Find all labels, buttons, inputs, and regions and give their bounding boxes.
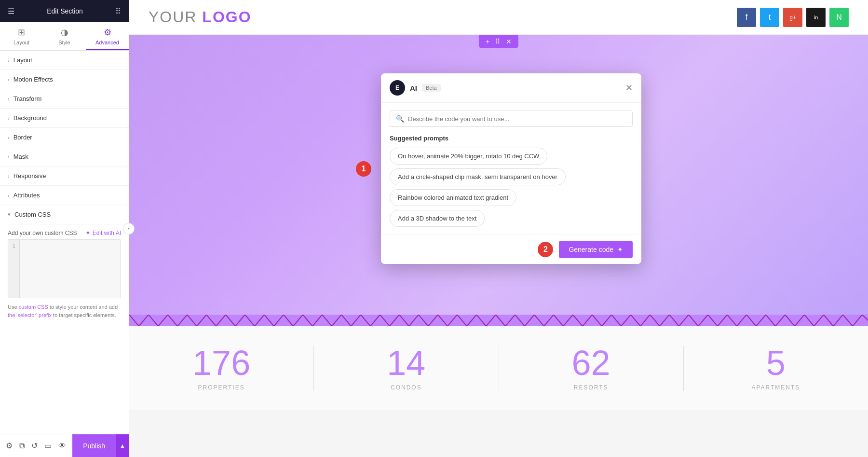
stat-resorts-number: 62 xyxy=(509,346,674,380)
selector-prefix-link[interactable]: the 'selector' prefix xyxy=(8,312,52,318)
stat-condos-number: 14 xyxy=(324,346,488,380)
sidebar-item-motion-effects[interactable]: › Motion Effects xyxy=(0,70,129,89)
ai-search-wrap: 🔍 xyxy=(390,111,633,127)
logo: YOUR LOGO xyxy=(149,8,252,26)
stat-properties: 176 PROPERTIES xyxy=(129,346,314,391)
sidebar-item-layout[interactable]: › Layout xyxy=(0,51,129,70)
ai-logo: E xyxy=(390,80,405,96)
history-icon[interactable]: ↺ xyxy=(31,441,38,450)
publish-button[interactable]: Publish xyxy=(72,434,116,457)
stat-condos: 14 CONDOS xyxy=(314,346,499,391)
css-hint: Use custom CSS to style your content and… xyxy=(8,303,121,319)
sidebar-item-label: Transform xyxy=(14,95,42,102)
ai-modal-overlay: 1 E AI Beta ✕ 🔍 xyxy=(129,35,868,315)
chevron-icon: › xyxy=(8,57,10,63)
advanced-tab-icon: ⚙ xyxy=(104,27,111,38)
step-2-badge: 2 xyxy=(538,242,553,257)
sidebar-item-label: Responsive xyxy=(14,172,46,180)
custom-css-title: Custom CSS xyxy=(14,211,51,218)
suggested-label: Suggested prompts xyxy=(390,135,633,142)
generate-code-icon: ✦ xyxy=(617,246,623,253)
panel-section-list: › Layout › Motion Effects › Transform › … xyxy=(0,51,129,457)
prompt-chip-1[interactable]: On hover, animate 20% bigger, rotato 10 … xyxy=(390,148,547,165)
ai-close-button[interactable]: ✕ xyxy=(625,83,633,93)
layers-icon[interactable]: ⧉ xyxy=(19,442,25,450)
sidebar-item-label: Attributes xyxy=(14,192,40,199)
grid-icon[interactable]: ⠿ xyxy=(115,7,121,16)
custom-css-section: ▾ Custom CSS Add your own custom CSS ✦ E… xyxy=(0,205,129,319)
bottom-bar: ⚙ ⧉ ↺ ▭ 👁 Publish ▲ xyxy=(0,434,129,457)
hamburger-icon[interactable]: ☰ xyxy=(8,7,14,16)
css-input[interactable] xyxy=(20,240,121,298)
ai-title: AI xyxy=(410,84,417,92)
custom-css-add-label: Add your own custom CSS xyxy=(8,230,77,236)
ai-modal-header: E AI Beta ✕ xyxy=(381,73,641,103)
collapse-panel-button[interactable]: ‹ xyxy=(123,223,135,235)
sidebar-item-responsive[interactable]: › Responsive xyxy=(0,166,129,186)
instagram-icon[interactable]: in xyxy=(806,8,826,27)
sidebar-item-border[interactable]: › Border xyxy=(0,128,129,147)
prompt-list: On hover, animate 20% bigger, rotato 10 … xyxy=(390,148,633,227)
advanced-tab-label: Advanced xyxy=(95,40,119,45)
step-1-badge: 1 xyxy=(356,161,371,177)
facebook-icon[interactable]: f xyxy=(737,8,756,27)
chevron-icon: › xyxy=(8,154,10,160)
stat-condos-label: CONDOS xyxy=(324,384,488,391)
sidebar-item-mask[interactable]: › Mask xyxy=(0,147,129,166)
main-content: YOUR LOGO f t g+ in N + ⠿ ✕ 1 xyxy=(129,0,868,457)
tab-style[interactable]: ◑ Style xyxy=(43,22,86,50)
line-number: 1 xyxy=(12,243,15,249)
sidebar-item-background[interactable]: › Background xyxy=(0,109,129,128)
ai-modal-body: 🔍 Suggested prompts On hover, animate 20… xyxy=(381,103,641,235)
chevron-icon: › xyxy=(8,135,10,140)
twitter-icon[interactable]: t xyxy=(760,8,779,27)
left-panel: ☰ Edit Section ⠿ ⊞ Layout ◑ Style ⚙ Adva… xyxy=(0,0,129,457)
custom-css-header[interactable]: ▾ Custom CSS xyxy=(8,205,121,224)
ai-modal-footer: 2 Generate code ✦ xyxy=(381,235,641,264)
stat-properties-label: PROPERTIES xyxy=(139,384,304,391)
publish-expand-button[interactable]: ▲ xyxy=(116,434,129,457)
custom-css-link[interactable]: custom CSS xyxy=(19,304,48,310)
style-tab-label: Style xyxy=(58,40,70,45)
stat-apartments-label: APARTMENTS xyxy=(693,384,858,391)
logo-your-text: YOUR xyxy=(149,8,202,26)
sidebar-item-attributes[interactable]: › Attributes xyxy=(0,186,129,205)
line-numbers: 1 xyxy=(8,240,20,298)
google-plus-icon[interactable]: g+ xyxy=(783,8,802,27)
ai-star-icon: ✦ xyxy=(85,229,91,236)
preview-icon[interactable]: 👁 xyxy=(58,442,66,450)
generate-code-button[interactable]: Generate code ✦ xyxy=(559,241,633,258)
ai-header-left: E AI Beta xyxy=(390,80,441,96)
custom-css-label-row: Add your own custom CSS ✦ Edit with AI xyxy=(8,229,121,236)
layout-tab-label: Layout xyxy=(14,40,29,45)
layout-tab-icon: ⊞ xyxy=(18,27,25,38)
stats-section: 176 PROPERTIES 14 CONDOS 62 RESORTS 5 AP… xyxy=(129,326,868,410)
logo-logo-text: LOGO xyxy=(202,8,251,26)
sidebar-item-transform[interactable]: › Transform xyxy=(0,89,129,109)
chevron-icon: › xyxy=(8,193,10,198)
tab-layout[interactable]: ⊞ Layout xyxy=(0,22,43,50)
chevron-icon: › xyxy=(8,96,10,102)
stat-apartments: 5 APARTMENTS xyxy=(684,346,868,391)
settings-icon[interactable]: ⚙ xyxy=(6,441,13,450)
network-icon[interactable]: N xyxy=(829,8,849,27)
panel-title: Edit Section xyxy=(47,7,83,15)
code-editor: 1 xyxy=(8,239,121,298)
prompt-chip-4[interactable]: Add a 3D shadow to the text xyxy=(390,210,485,227)
prompt-chip-2[interactable]: Add a circle-shaped clip mask, semi tran… xyxy=(390,168,566,185)
stat-apartments-number: 5 xyxy=(693,346,858,380)
ai-search-input[interactable] xyxy=(408,115,626,123)
edit-with-ai-label: Edit with AI xyxy=(93,230,121,236)
site-header: YOUR LOGO f t g+ in N xyxy=(129,0,868,35)
sidebar-item-label: Layout xyxy=(14,56,32,64)
zigzag-divider xyxy=(129,315,868,326)
edit-with-ai-button[interactable]: ✦ Edit with AI xyxy=(85,229,121,236)
prompt-chip-3[interactable]: Rainbow colored animated text gradient xyxy=(390,189,516,206)
sidebar-item-label: Mask xyxy=(14,153,28,160)
hero-section: + ⠿ ✕ 1 E AI Beta ✕ xyxy=(129,35,868,315)
responsive-icon[interactable]: ▭ xyxy=(44,441,52,450)
stat-resorts-label: RESORTS xyxy=(509,384,674,391)
tab-advanced[interactable]: ⚙ Advanced xyxy=(86,22,129,50)
search-icon: 🔍 xyxy=(396,115,404,123)
generate-code-label: Generate code xyxy=(569,246,613,253)
